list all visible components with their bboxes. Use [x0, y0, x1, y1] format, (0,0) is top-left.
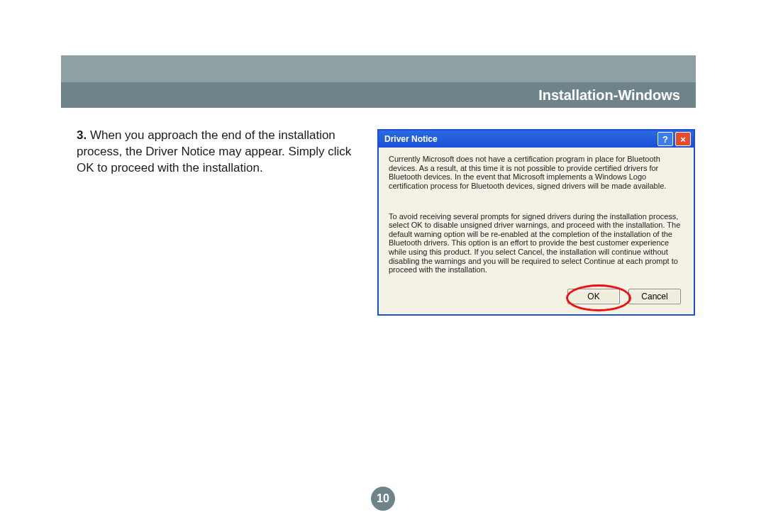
dialog-paragraph-1: Currently Microsoft does not have a cert… [389, 155, 684, 191]
step-description: When you approach the end of the install… [77, 128, 351, 174]
page-number-badge: 10 [371, 487, 395, 511]
dialog-footer: OK Cancel [379, 282, 694, 314]
ok-button[interactable]: OK [567, 289, 620, 304]
driver-signature-dialog: Driver Notice ? × Currently Microsoft do… [377, 129, 695, 316]
cancel-button[interactable]: Cancel [628, 289, 681, 304]
header-title-band: Installation-Windows [61, 82, 696, 108]
page-number: 10 [377, 492, 389, 505]
dialog-titlebar: Driver Notice ? × [379, 131, 694, 148]
step-number: 3. [77, 128, 87, 142]
instruction-text: 3. When you approach the end of the inst… [77, 128, 367, 177]
close-icon[interactable]: × [675, 132, 691, 146]
dialog-paragraph-2: To avoid receiving several prompts for s… [389, 212, 684, 275]
dialog-body: Currently Microsoft does not have a cert… [379, 148, 694, 282]
dialog-title-text: Driver Notice [384, 134, 438, 144]
page-title: Installation-Windows [538, 87, 680, 104]
header-top-band [61, 55, 696, 82]
help-icon[interactable]: ? [657, 132, 673, 146]
